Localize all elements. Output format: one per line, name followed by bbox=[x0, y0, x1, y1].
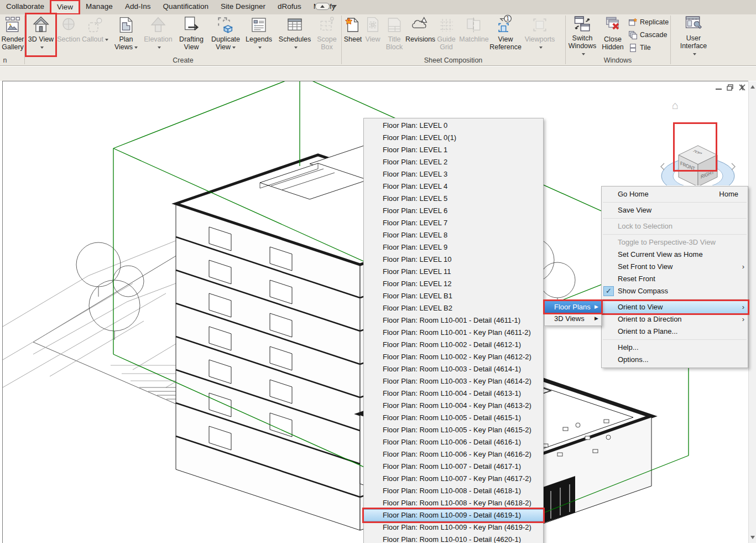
floor-plan-menu-item[interactable]: Floor Plan: LEVEL 5 bbox=[364, 193, 543, 205]
scroll-up-icon[interactable] bbox=[750, 84, 755, 89]
sheet-label: Sheet bbox=[344, 35, 362, 43]
viewports-icon bbox=[531, 14, 549, 34]
orient-submenu-item[interactable]: 3D Views ▶ bbox=[545, 313, 601, 324]
restore-icon[interactable] bbox=[727, 84, 734, 91]
render-gallery-icon bbox=[4, 14, 21, 34]
context-menu-item[interactable]: Help... bbox=[602, 342, 748, 354]
floor-plan-menu-item[interactable]: Floor Plan: Room L10-007 - Key Plan (461… bbox=[364, 473, 543, 485]
context-menu-item[interactable]: Go Home Home bbox=[602, 188, 748, 200]
floor-plan-menu-item[interactable]: Floor Plan: LEVEL 2 bbox=[364, 156, 543, 168]
viewcube[interactable]: ⌂ S E TOP FRONT RIGHT bbox=[655, 97, 748, 185]
ribbon-tab[interactable]: View bbox=[50, 0, 80, 14]
floor-plan-menu-item[interactable]: Floor Plan: Room L10-006 - Detail (4616-… bbox=[364, 436, 543, 448]
ribbon-tab[interactable]: dRofus bbox=[272, 0, 307, 14]
floor-plan-menu-item[interactable]: Floor Plan: LEVEL 3 bbox=[364, 168, 543, 180]
tile-label: Tile bbox=[640, 44, 651, 51]
floor-plan-menu-item[interactable]: Floor Plan: LEVEL B1 bbox=[364, 290, 543, 302]
floor-plan-menu-item[interactable]: Floor Plan: Room L10-010 - Detail (4620-… bbox=[364, 534, 543, 543]
3d-view-button[interactable]: 3D View bbox=[27, 14, 55, 55]
floor-plan-menu-item[interactable]: Floor Plan: Room L10-004 - Detail (4613-… bbox=[364, 387, 543, 400]
floor-plan-menu-item[interactable]: Floor Plan: LEVEL 10 bbox=[364, 254, 543, 266]
floor-plan-menu-item[interactable]: Floor Plan: Room L10-006 - Key Plan (461… bbox=[364, 448, 543, 461]
context-menu-item[interactable] bbox=[602, 232, 748, 236]
user-interface-button[interactable]: User Interface bbox=[678, 14, 709, 55]
ribbon-tab[interactable]: Add-Ins bbox=[119, 0, 157, 14]
floor-plan-menu-item[interactable]: Floor Plan: Room L10-004 - Key Plan (461… bbox=[364, 400, 543, 412]
drafting-view-button[interactable]: Drafting View bbox=[175, 14, 208, 55]
tile-button[interactable]: Tile bbox=[628, 42, 669, 53]
ribbon-tab[interactable]: Collaborate bbox=[0, 0, 50, 14]
viewcube-cube[interactable]: TOP FRONT RIGHT bbox=[679, 146, 717, 185]
guide-grid-icon bbox=[437, 14, 455, 34]
context-menu-item[interactable]: Set Front to View › bbox=[602, 261, 748, 273]
ribbon-collapse-icon[interactable] bbox=[315, 3, 330, 10]
context-menu-item[interactable]: Set Current View as Home bbox=[602, 249, 748, 261]
ribbon-collapse-control[interactable] bbox=[315, 3, 337, 10]
floor-plan-menu-item[interactable]: Floor Plan: LEVEL 7 bbox=[364, 217, 543, 229]
floor-plan-menu-item[interactable]: Floor Plan: LEVEL 11 bbox=[364, 266, 543, 278]
vertical-scrollbar[interactable] bbox=[748, 81, 756, 543]
ribbon-tab[interactable]: Site Designer bbox=[215, 0, 272, 14]
floor-plan-menu-item[interactable]: Floor Plan: Room L10-009 - Key Plan (461… bbox=[364, 521, 543, 534]
context-menu-item[interactable]: ✓ Show Compass bbox=[602, 285, 748, 297]
close-icon[interactable] bbox=[738, 84, 746, 91]
tile-icon bbox=[628, 43, 638, 53]
context-menu-item[interactable] bbox=[602, 200, 748, 204]
submenu-arrow-icon: ▶ bbox=[595, 301, 598, 313]
context-menu-item[interactable]: Options... bbox=[602, 354, 748, 366]
floor-plan-menu-item[interactable]: Floor Plan: Room L10-001 - Detail (4611-… bbox=[364, 314, 543, 327]
revisions-button[interactable]: Revisions bbox=[408, 14, 433, 55]
context-menu-item[interactable] bbox=[602, 338, 748, 342]
floor-plan-menu-item[interactable]: Floor Plan: Room L10-008 - Detail (4618-… bbox=[364, 485, 543, 497]
orient-submenu-item[interactable]: Floor Plans ▶ bbox=[545, 301, 601, 313]
floor-plan-menu-item[interactable]: Floor Plan: LEVEL 0 bbox=[364, 120, 543, 132]
floor-plan-menu-item[interactable]: Floor Plan: LEVEL 8 bbox=[364, 229, 543, 241]
minimize-icon[interactable] bbox=[715, 84, 722, 91]
cascade-button[interactable]: Cascade bbox=[628, 29, 669, 40]
switch-windows-button[interactable]: Switch Windows bbox=[567, 14, 598, 55]
floor-plan-menu-item[interactable]: Floor Plan: LEVEL 9 bbox=[364, 241, 543, 254]
floor-plan-menu-item[interactable]: Floor Plan: LEVEL 1 bbox=[364, 144, 543, 156]
floor-plan-menu-item[interactable]: Floor Plan: LEVEL 4 bbox=[364, 180, 543, 193]
floor-plan-menu-item[interactable]: Floor Plan: Room L10-005 - Key Plan (461… bbox=[364, 424, 543, 436]
scope-box-label: Scope Box bbox=[314, 35, 340, 51]
view-reference-button[interactable]: 1 View Reference bbox=[489, 14, 522, 55]
submenu-arrow-icon: ▶ bbox=[595, 313, 598, 324]
context-menu-item[interactable] bbox=[602, 216, 748, 220]
viewcube-home-icon[interactable]: ⌂ bbox=[672, 99, 679, 111]
floor-plan-menu-item[interactable]: Floor Plan: Room L10-001 - Key Plan (461… bbox=[364, 327, 543, 339]
floor-plan-menu-item[interactable]: Floor Plan: Room L10-007 - Detail (4617-… bbox=[364, 461, 543, 473]
scroll-down-icon[interactable] bbox=[750, 536, 755, 541]
plan-views-button[interactable]: Plan Views bbox=[111, 14, 142, 55]
context-menu-item[interactable]: Save View bbox=[602, 204, 748, 216]
context-menu-item[interactable]: Orient to a Plane... bbox=[602, 325, 748, 338]
sheet-button[interactable]: Sheet bbox=[343, 14, 363, 55]
schedules-button[interactable]: Schedules bbox=[277, 14, 313, 55]
floor-plan-menu-item[interactable]: Floor Plan: Room L10-002 - Key Plan (461… bbox=[364, 351, 543, 363]
floor-plan-menu-item[interactable]: Floor Plan: Room L10-005 - Detail (4615-… bbox=[364, 412, 543, 424]
close-hidden-button[interactable]: Close Hidden bbox=[599, 14, 627, 55]
ribbon-collapse-dropdown-icon[interactable] bbox=[332, 5, 337, 8]
floor-plan-menu-item[interactable]: Floor Plan: Room L10-002 - Detail (4612-… bbox=[364, 339, 543, 351]
floor-plan-menu-item[interactable]: Floor Plan: LEVEL 0(1) bbox=[364, 132, 543, 144]
context-menu-item[interactable] bbox=[602, 297, 748, 301]
floor-plan-menu-item[interactable]: Floor Plan: LEVEL B2 bbox=[364, 302, 543, 314]
duplicate-view-button[interactable]: Duplicate View bbox=[209, 14, 242, 55]
replicate-icon bbox=[628, 18, 638, 27]
context-menu-item[interactable]: Orient to a Direction › bbox=[602, 313, 748, 325]
floor-plan-menu-item[interactable]: Floor Plan: Room L10-008 - Key Plan (461… bbox=[364, 497, 543, 509]
replicate-button[interactable]: Replicate bbox=[628, 17, 669, 28]
floor-plan-menu-item[interactable]: Floor Plan: LEVEL 6 bbox=[364, 205, 543, 217]
ribbon-tab[interactable]: Manage bbox=[80, 0, 119, 14]
floor-plan-menu-item[interactable]: Floor Plan: Room L10-003 - Detail (4614-… bbox=[364, 363, 543, 375]
legends-button[interactable]: Legends bbox=[243, 14, 274, 55]
context-menu-item: Lock to Selection bbox=[602, 220, 748, 232]
floor-plan-menu-item[interactable]: Floor Plan: Room L10-009 - Detail (4619-… bbox=[364, 509, 543, 521]
render-gallery-button[interactable]: Render Gallery bbox=[1, 14, 25, 55]
floor-plan-menu-item[interactable]: Floor Plan: LEVEL 12 bbox=[364, 278, 543, 290]
callout-label: Callout bbox=[82, 35, 108, 43]
context-menu-item[interactable]: Reset Front bbox=[602, 273, 748, 285]
ribbon-tab[interactable]: Quantification bbox=[157, 0, 215, 14]
context-menu-item[interactable]: Orient to View › bbox=[602, 301, 748, 313]
floor-plan-menu-item[interactable]: Floor Plan: Room L10-003 - Key Plan (461… bbox=[364, 375, 543, 387]
